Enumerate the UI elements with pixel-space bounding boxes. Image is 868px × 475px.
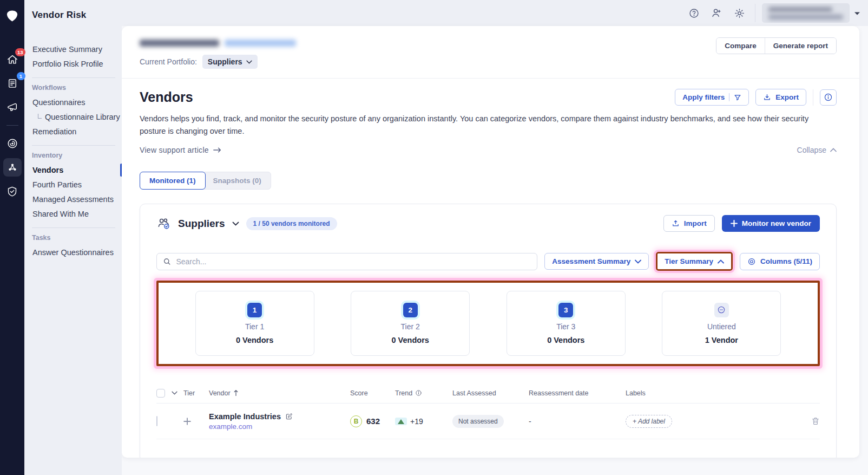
tier-summary-toggle[interactable]: Tier Summary [657, 253, 731, 269]
compare-button[interactable]: Compare [716, 38, 765, 54]
tier-summary-region: 1 Tier 1 0 Vendors 2 Tier 2 0 Vendors 3 … [156, 281, 820, 366]
delete-vendor-icon[interactable] [798, 417, 820, 426]
vendor-risk-icon[interactable] [3, 158, 22, 177]
sidebar: Vendor Risk Executive Summary Portfolio … [24, 0, 122, 475]
edit-icon[interactable] [285, 413, 293, 420]
sidebar-divider [32, 77, 115, 78]
home-icon[interactable]: 13 [3, 50, 22, 69]
product-title: Vendor Risk [32, 10, 115, 21]
settings-gear-icon[interactable] [731, 5, 747, 21]
add-label-button[interactable]: + Add label [626, 415, 672, 428]
untiered-count: 1 Vendor [705, 336, 738, 344]
tier-1-count: 0 Vendors [236, 336, 273, 344]
help-icon[interactable] [686, 5, 702, 21]
upload-icon [672, 219, 680, 227]
tier-2-badge: 2 [403, 303, 418, 317]
assessments-icon[interactable]: 1 [3, 74, 22, 93]
minus-circle-icon [714, 303, 729, 317]
filter-funnel-icon [734, 94, 741, 101]
tier-3-label: Tier 3 [556, 322, 575, 331]
account-caret-down-icon[interactable] [854, 8, 860, 18]
columns-button[interactable]: Columns (5/11) [740, 253, 820, 270]
chevron-down-icon [246, 60, 252, 64]
main-content: Current Portfolio: Suppliers Compare Gen… [122, 26, 859, 458]
header-divider [122, 78, 859, 79]
annotation-highlight-box: Tier Summary [656, 252, 733, 271]
select-all-checkbox[interactable] [156, 389, 165, 398]
sidebar-item-managed-assessments[interactable]: Managed Assessments [32, 192, 115, 207]
vendor-domain-link[interactable]: example.com [209, 422, 350, 431]
vendor-name[interactable]: Example Industries [209, 412, 281, 421]
column-header-tier[interactable]: Tier [183, 389, 209, 397]
info-icon[interactable] [820, 89, 837, 106]
tier-3-card[interactable]: 3 Tier 3 0 Vendors [507, 291, 626, 356]
news-megaphone-icon[interactable] [3, 98, 22, 116]
vendors-panel: Suppliers 1 / 50 vendors monitored Impor… [140, 204, 837, 458]
score-grade-badge: B [350, 415, 362, 427]
panel-portfolio-title: Suppliers [178, 218, 225, 230]
monitored-count-badge: 1 / 50 vendors monitored [246, 217, 337, 230]
untiered-card[interactable]: Untiered 1 Vendor [662, 291, 781, 356]
sort-ascending-icon [233, 389, 239, 396]
sidebar-item-remediation[interactable]: Remediation [32, 125, 115, 139]
sidebar-item-answer-questionnaires[interactable]: Answer Questionnaires [32, 245, 115, 260]
column-header-score[interactable]: Score [350, 389, 395, 397]
sidebar-item-vendors[interactable]: Vendors [32, 163, 115, 178]
tier-3-badge: 3 [558, 303, 573, 317]
columns-icon [747, 257, 756, 266]
home-badge: 13 [15, 48, 25, 56]
search-icon [163, 257, 171, 266]
trust-exchange-icon[interactable] [3, 134, 22, 153]
tree-corner-icon [38, 114, 42, 119]
sidebar-item-fourth-parties[interactable]: Fourth Parties [32, 178, 115, 192]
assessment-summary-toggle[interactable]: Assessment Summary [544, 253, 649, 270]
column-header-last-assessed[interactable]: Last Assessed [452, 389, 529, 397]
search-input[interactable] [176, 257, 531, 266]
export-button[interactable]: Export [755, 89, 806, 106]
monitor-new-vendor-button[interactable]: Monitor new vendor [722, 215, 820, 232]
chevron-down-icon[interactable] [232, 222, 239, 226]
vendors-table: Tier Vendor Score Trend Last Assessed Re… [156, 383, 820, 439]
tier-1-card[interactable]: 1 Tier 1 0 Vendors [195, 291, 314, 356]
tab-snapshots[interactable]: Snapshots (0) [203, 172, 271, 190]
tier-1-badge: 1 [247, 303, 262, 317]
import-button[interactable]: Import [663, 215, 715, 232]
tab-monitored[interactable]: Monitored (1) [140, 172, 206, 190]
sidebar-item-shared-with-me[interactable]: Shared With Me [32, 207, 115, 222]
expand-all-chevron-icon[interactable] [172, 391, 183, 395]
toolbar-divider [813, 89, 813, 106]
org-domain-link-redacted[interactable] [225, 40, 296, 47]
column-header-reassessment-date[interactable]: Reassessment date [529, 389, 626, 397]
account-menu[interactable] [762, 3, 850, 23]
tier-2-card[interactable]: 2 Tier 2 0 Vendors [351, 291, 470, 356]
column-header-vendor[interactable]: Vendor [209, 389, 350, 397]
sidebar-item-executive-summary[interactable]: Executive Summary [32, 42, 115, 57]
breach-risk-icon[interactable] [3, 182, 22, 200]
page-description: Vendors helps you find, track, and monit… [140, 113, 835, 138]
invite-user-icon[interactable] [708, 5, 725, 21]
generate-report-button[interactable]: Generate report [765, 38, 836, 54]
sidebar-divider [32, 227, 115, 228]
trend-up-icon [395, 418, 407, 425]
sidebar-item-questionnaire-library[interactable]: Questionnaire Library [32, 110, 115, 125]
sidebar-item-portfolio-risk-profile[interactable]: Portfolio Risk Profile [32, 57, 115, 71]
assessments-badge: 1 [17, 72, 25, 80]
tier-3-count: 0 Vendors [547, 336, 584, 344]
add-tier-icon[interactable] [183, 418, 209, 425]
column-header-labels[interactable]: Labels [626, 389, 798, 397]
untiered-label: Untiered [707, 322, 736, 331]
page-title: Vendors [140, 89, 193, 105]
apply-filters-button[interactable]: Apply filters [675, 89, 749, 106]
column-header-trend[interactable]: Trend [395, 389, 452, 397]
topbar [122, 0, 868, 26]
portfolio-select[interactable]: Suppliers [202, 55, 258, 69]
row-checkbox[interactable] [156, 416, 157, 426]
support-article-link[interactable]: View support article [140, 146, 221, 154]
reassessment-date-value: - [529, 417, 626, 426]
upguard-logo-icon[interactable] [6, 10, 18, 24]
collapse-toggle[interactable]: Collapse [797, 146, 837, 154]
search-input-container [156, 253, 537, 270]
tier-1-label: Tier 1 [245, 322, 264, 331]
sidebar-item-questionnaires[interactable]: Questionnaires [32, 95, 115, 110]
sidebar-heading-inventory: Inventory [32, 152, 115, 159]
